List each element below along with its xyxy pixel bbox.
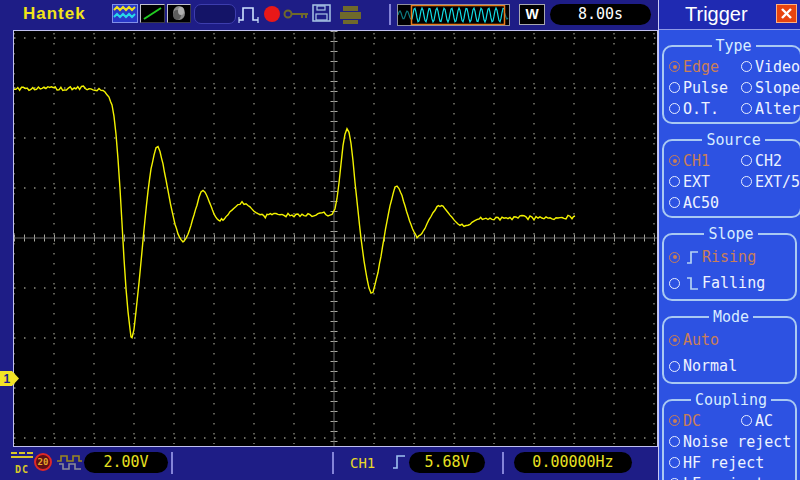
radio-icon bbox=[669, 278, 680, 289]
radio-icon bbox=[669, 82, 680, 93]
option-video[interactable]: Video bbox=[739, 56, 800, 77]
radio-icon bbox=[669, 103, 680, 114]
trigger-level-readout: 5.68V bbox=[409, 452, 485, 473]
squarewave-icon bbox=[57, 455, 83, 471]
panel-title: Trigger bbox=[685, 3, 748, 26]
radio-icon bbox=[669, 155, 680, 166]
option-dc[interactable]: DC bbox=[667, 410, 739, 431]
top-toolbar: Hantek bbox=[0, 0, 658, 30]
option-label: AC50 bbox=[683, 194, 719, 212]
option-label: O.T. bbox=[683, 100, 719, 118]
volts-per-div-readout: 2.00V bbox=[84, 452, 168, 473]
option-lf-reject[interactable]: LF reject bbox=[667, 473, 795, 480]
option-label: Slope bbox=[755, 79, 800, 97]
channel1-marker-label: 1 bbox=[4, 372, 11, 386]
option-label: Pulse bbox=[683, 79, 728, 97]
wave-display-icon[interactable] bbox=[112, 4, 138, 23]
radio-icon bbox=[741, 103, 752, 114]
option-noise-reject[interactable]: Noise reject bbox=[667, 431, 795, 452]
window-mode-button[interactable]: W bbox=[519, 4, 545, 25]
channel1-marker[interactable]: 1 bbox=[0, 370, 21, 387]
sidebar-sections: TypeEdgeVideoPulseSlopeO.T.AlterSourceCH… bbox=[659, 37, 800, 480]
option-normal[interactable]: Normal bbox=[667, 353, 795, 379]
option-ch2[interactable]: CH2 bbox=[739, 150, 800, 171]
dc-coupling-label: DC bbox=[15, 464, 29, 475]
radio-icon bbox=[741, 415, 752, 426]
section-legend: Source bbox=[702, 131, 764, 149]
option-label: HF reject bbox=[683, 454, 764, 472]
radio-icon bbox=[669, 361, 680, 372]
option-auto[interactable]: Auto bbox=[667, 327, 795, 353]
brand-logo: Hantek bbox=[23, 4, 86, 24]
dc-coupling-icon: DC bbox=[11, 452, 33, 477]
print-icon[interactable] bbox=[339, 6, 363, 24]
section-coupling: CouplingDCACNoise rejectHF rejectLF reje… bbox=[662, 391, 797, 480]
option-label: Normal bbox=[683, 357, 737, 375]
option-label: EXT/5 bbox=[755, 173, 800, 191]
radio-icon bbox=[741, 61, 752, 72]
option-label: Video bbox=[755, 58, 800, 76]
radio-icon bbox=[669, 176, 680, 187]
pulse-icon[interactable] bbox=[238, 4, 260, 25]
statusbar-separator bbox=[502, 452, 504, 474]
option-ext[interactable]: EXT bbox=[667, 171, 739, 192]
option-label: CH1 bbox=[683, 152, 710, 170]
option-label: Falling bbox=[702, 274, 765, 292]
radio-icon bbox=[669, 197, 680, 208]
option-label: Edge bbox=[683, 58, 719, 76]
option-label: Noise reject bbox=[683, 433, 791, 451]
waveform-preview[interactable] bbox=[397, 4, 510, 26]
key-icon[interactable] bbox=[283, 8, 310, 21]
radio-icon bbox=[669, 252, 680, 263]
radio-icon bbox=[669, 415, 680, 426]
section-slope: SlopeRisingFalling bbox=[662, 225, 797, 301]
rising-edge-icon bbox=[685, 249, 700, 266]
statusbar-separator bbox=[332, 452, 334, 474]
radio-icon bbox=[669, 436, 680, 447]
falling-edge-icon bbox=[685, 275, 700, 292]
section-legend: Coupling bbox=[691, 391, 771, 409]
option-o-t-[interactable]: O.T. bbox=[667, 98, 739, 119]
diagonal-line-glyph bbox=[141, 5, 164, 22]
option-pulse[interactable]: Pulse bbox=[667, 77, 739, 98]
option-ac[interactable]: AC bbox=[739, 410, 795, 431]
option-label: DC bbox=[683, 412, 701, 430]
option-edge[interactable]: Edge bbox=[667, 56, 739, 77]
section-source: SourceCH1CH2EXTEXT/5AC50 bbox=[662, 131, 800, 218]
option-label: Auto bbox=[683, 331, 719, 349]
option-ch1[interactable]: CH1 bbox=[667, 150, 739, 171]
wave-display-glyph bbox=[113, 5, 137, 22]
section-legend: Slope bbox=[704, 225, 757, 243]
trigger-menu-titlebar: Trigger bbox=[659, 0, 800, 30]
record-icon[interactable] bbox=[264, 6, 280, 22]
option-label: LF reject bbox=[683, 475, 764, 480]
section-legend: Mode bbox=[709, 308, 753, 326]
option-ac50[interactable]: AC50 bbox=[667, 192, 800, 213]
diagonal-line-icon[interactable] bbox=[140, 4, 165, 23]
option-label: AC bbox=[755, 412, 773, 430]
toolbar-separator bbox=[389, 4, 391, 25]
option-hf-reject[interactable]: HF reject bbox=[667, 452, 795, 473]
option-label: Alter bbox=[755, 100, 800, 118]
statusbar-separator bbox=[171, 452, 173, 474]
option-slope[interactable]: Slope bbox=[739, 77, 800, 98]
radio-icon bbox=[669, 335, 680, 346]
trigger-source-label: CH1 bbox=[350, 455, 375, 471]
scope-graticule bbox=[14, 31, 657, 446]
section-type: TypeEdgeVideoPulseSlopeO.T.Alter bbox=[662, 37, 800, 124]
radio-icon bbox=[669, 61, 680, 72]
radio-icon bbox=[741, 82, 752, 93]
option-falling[interactable]: Falling bbox=[667, 270, 795, 296]
section-mode: ModeAutoNormal bbox=[662, 308, 797, 384]
option-label: Rising bbox=[702, 248, 756, 266]
hand-glyph bbox=[168, 5, 190, 22]
option-rising[interactable]: Rising bbox=[667, 244, 795, 270]
close-button[interactable] bbox=[776, 4, 797, 23]
bottom-status-bar: DC 20 2.00V CH1 5.68V 0.00000Hz bbox=[0, 447, 658, 480]
hand-icon[interactable] bbox=[167, 4, 191, 23]
option-ext-5[interactable]: EXT/5 bbox=[739, 171, 800, 192]
rising-edge-icon bbox=[392, 453, 406, 472]
option-alter[interactable]: Alter bbox=[739, 98, 800, 119]
frequency-readout: 0.00000Hz bbox=[514, 452, 632, 473]
save-icon[interactable] bbox=[312, 4, 332, 23]
